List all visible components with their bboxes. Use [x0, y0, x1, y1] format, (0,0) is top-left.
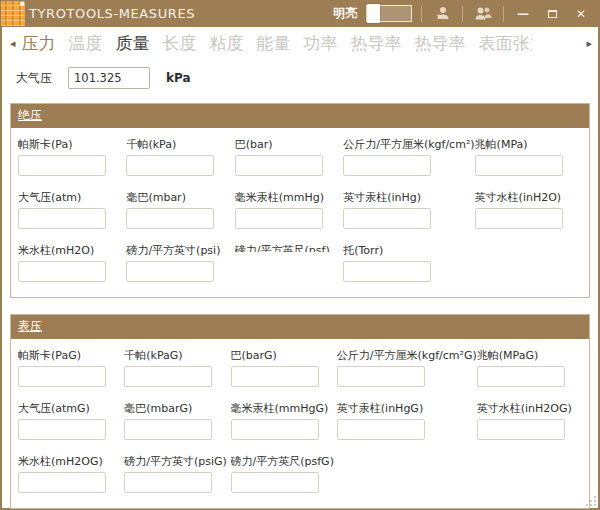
- support-person-icon[interactable]: [431, 5, 453, 23]
- unit-field-label: 米水柱(mH2OG): [18, 454, 124, 469]
- app-window: TYROTOOLS-MEASURES 明亮: [0, 0, 600, 510]
- tab-item-3[interactable]: 长度: [163, 32, 197, 55]
- unit-field-cell: 巴(barG): [231, 341, 337, 394]
- unit-field-input[interactable]: [124, 472, 212, 493]
- unit-field-label: 兆帕(MPaG): [477, 348, 583, 363]
- unit-field-input[interactable]: [475, 155, 563, 176]
- absolute-pressure-section: 绝压 帕斯卡(Pa)千帕(kPa)巴(bar)公斤力/平方厘米(kgf/cm²)…: [10, 103, 590, 298]
- unit-field-input[interactable]: [343, 261, 431, 282]
- unit-field-input[interactable]: [124, 366, 212, 387]
- unit-field-input[interactable]: [477, 419, 565, 440]
- resize-grip[interactable]: [586, 496, 596, 506]
- unit-field-cell: 毫米汞柱(mmHgG): [231, 394, 337, 447]
- unit-field-cell: 毫米汞柱(mmHg): [235, 183, 343, 236]
- unit-field-cell: 英寸汞柱(inHgG): [337, 394, 477, 447]
- unit-field-input[interactable]: [126, 155, 214, 176]
- tab-item-6[interactable]: 功率: [304, 32, 338, 55]
- unit-field-input[interactable]: [18, 155, 106, 176]
- unit-field-cell: 米水柱(mH2O): [18, 236, 126, 289]
- unit-field-label: 英寸汞柱(inHg): [343, 190, 474, 205]
- tab-item-9[interactable]: 表面张力: [479, 32, 533, 55]
- unit-field-input[interactable]: [18, 261, 106, 282]
- atmospheric-pressure-input[interactable]: [68, 67, 150, 89]
- tab-item-1[interactable]: 温度: [69, 32, 103, 55]
- unit-field-input[interactable]: [231, 419, 319, 440]
- unit-field-label: 托(Torr): [343, 243, 474, 258]
- titlebar-controls: 明亮 — ✕: [333, 5, 600, 23]
- atmospheric-pressure-unit: kPa: [166, 71, 191, 85]
- unit-field-cell: 磅力/平方英寸(psiG): [124, 447, 230, 500]
- tab-item-4[interactable]: 粘度: [210, 32, 244, 55]
- theme-toggle-handle[interactable]: [367, 4, 380, 23]
- unit-field-cell: 磅力/平方英寸(psi): [126, 236, 234, 289]
- tab-item-2[interactable]: 质量: [116, 32, 150, 55]
- unit-field-input[interactable]: [18, 419, 106, 440]
- unit-field-cell: 磅力/平方英尺(psfG): [231, 447, 337, 500]
- unit-field-input[interactable]: [126, 261, 214, 282]
- unit-field-label: 帕斯卡(PaG): [18, 348, 124, 363]
- unit-field-label: 毫米汞柱(mmHg): [235, 190, 343, 205]
- maximize-icon[interactable]: [542, 5, 562, 23]
- unit-field-input[interactable]: [343, 155, 431, 176]
- unit-field-label: 千帕(kPa): [126, 137, 234, 152]
- unit-field-label: 巴(barG): [231, 348, 337, 363]
- unit-field-label: 磅力/平方英寸(psi): [126, 243, 234, 258]
- unit-field-cell: 帕斯卡(PaG): [18, 341, 124, 394]
- unit-field-input[interactable]: [126, 208, 214, 229]
- unit-field-input[interactable]: [475, 208, 563, 229]
- close-icon[interactable]: ✕: [571, 5, 591, 23]
- unit-field-cell: 英寸水柱(inH2OG): [477, 394, 583, 447]
- unit-field-input[interactable]: [231, 472, 319, 493]
- unit-field-label: 毫巴(mbar): [126, 190, 234, 205]
- unit-field-input[interactable]: [477, 366, 565, 387]
- unit-field-input[interactable]: [343, 208, 431, 229]
- tab-item-5[interactable]: 能量: [257, 32, 291, 55]
- tab-list: 压力温度质量长度粘度能量功率热导率热导率表面张力: [22, 32, 585, 55]
- unit-field-cell: 磅力/平方英尺(psf): [235, 236, 343, 289]
- unit-field-cell: 兆帕(MPaG): [477, 341, 583, 394]
- unit-field-label: 大气压(atmG): [18, 401, 124, 416]
- gauge-pressure-grid: 帕斯卡(PaG)千帕(kPaG)巴(barG)公斤力/平方厘米(kgf/cm²G…: [11, 339, 589, 508]
- users-group-icon[interactable]: [472, 5, 494, 23]
- theme-toggle[interactable]: [366, 5, 412, 22]
- gauge-pressure-header: 表压: [11, 315, 589, 339]
- unit-field-cell: 大气压(atmG): [18, 394, 124, 447]
- theme-toggle-label: 明亮: [333, 5, 357, 22]
- titlebar-separator: [462, 6, 463, 22]
- titlebar: TYROTOOLS-MEASURES 明亮: [0, 0, 600, 27]
- atmospheric-pressure-label: 大气压: [16, 70, 52, 87]
- minimize-icon[interactable]: —: [513, 5, 533, 23]
- unit-field-cell: 毫巴(mbar): [126, 183, 234, 236]
- unit-field-label: 磅力/平方英寸(psiG): [124, 454, 230, 469]
- unit-field-input[interactable]: [18, 472, 106, 493]
- unit-field-input[interactable]: [18, 208, 106, 229]
- unit-field-cell: 兆帕(MPa): [475, 130, 583, 183]
- tab-item-7[interactable]: 热导率: [351, 32, 402, 55]
- unit-field-cell: 公斤力/平方厘米(kgf/cm²): [343, 130, 474, 183]
- tab-scroll-right-icon[interactable]: ▸: [584, 37, 594, 50]
- unit-field-label: 毫巴(mbarG): [124, 401, 230, 416]
- gauge-pressure-section: 表压 帕斯卡(PaG)千帕(kPaG)巴(barG)公斤力/平方厘米(kgf/c…: [10, 314, 590, 509]
- unit-field-cell: 英寸水柱(inH2O): [475, 183, 583, 236]
- unit-field-label: 公斤力/平方厘米(kgf/cm²G): [337, 348, 477, 363]
- tab-item-0[interactable]: 压力: [22, 32, 56, 55]
- absolute-pressure-header: 绝压: [11, 104, 589, 128]
- unit-field-cell: 托(Torr): [343, 236, 474, 289]
- unit-field-input[interactable]: [231, 366, 319, 387]
- tab-scroll-left-icon[interactable]: ◂: [8, 37, 18, 50]
- unit-field-input[interactable]: [337, 366, 425, 387]
- unit-field-input[interactable]: [235, 208, 323, 229]
- tab-item-8[interactable]: 热导率: [415, 32, 466, 55]
- unit-field-cell: 米水柱(mH2OG): [18, 447, 124, 500]
- unit-field-input[interactable]: [124, 419, 212, 440]
- unit-field-input[interactable]: [235, 155, 323, 176]
- absolute-pressure-grid: 帕斯卡(Pa)千帕(kPa)巴(bar)公斤力/平方厘米(kgf/cm²)兆帕(…: [11, 128, 589, 297]
- unit-field-input[interactable]: [18, 366, 106, 387]
- unit-field-input[interactable]: [337, 419, 425, 440]
- tabbar: ◂ 压力温度质量长度粘度能量功率热导率热导率表面张力 ▸: [2, 27, 598, 60]
- unit-field-cell: 英寸汞柱(inHg): [343, 183, 474, 236]
- window-title: TYROTOOLS-MEASURES: [29, 6, 195, 21]
- unit-field-label: 磅力/平方英尺(psfG): [231, 454, 337, 469]
- unit-field-label: 大气压(atm): [18, 190, 126, 205]
- unit-field-cell: 巴(bar): [235, 130, 343, 183]
